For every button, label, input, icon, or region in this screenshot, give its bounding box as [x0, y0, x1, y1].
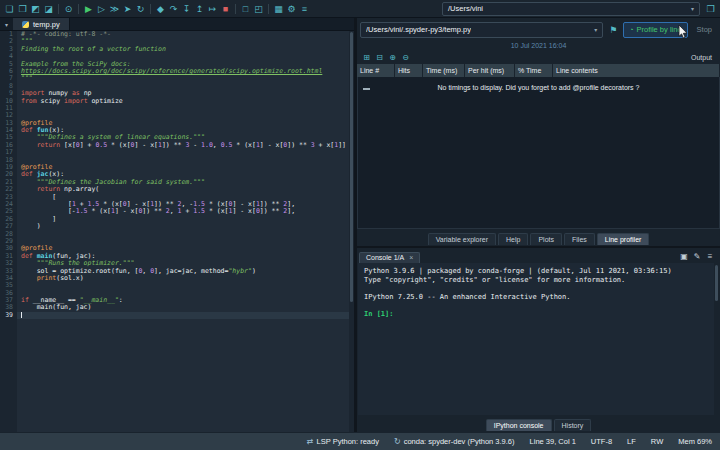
- browse-directory-icon[interactable]: ❒: [704, 2, 717, 16]
- interpreter-status[interactable]: ↻conda: spyder-dev (Python 3.9.6): [394, 437, 515, 446]
- editor-line[interactable]: 17: [0, 149, 354, 156]
- re-run-icon[interactable]: ↻: [134, 2, 147, 16]
- profiler-file-select[interactable]: /Users/vini/.spyder-py3/temp.py ▾: [360, 22, 603, 38]
- step-out-icon[interactable]: ↥: [193, 2, 206, 16]
- save-file-icon[interactable]: ◩: [29, 2, 42, 16]
- debug-stop-icon[interactable]: ■: [219, 2, 232, 16]
- output-label: Output: [691, 54, 716, 61]
- column-header-time-ms[interactable]: Time (ms): [423, 64, 465, 77]
- profile-by-line-button[interactable]: ◔ Profile by line: [623, 22, 687, 38]
- browse-tabs-icon[interactable]: ▾: [0, 18, 13, 30]
- profile-button-label: Profile by line: [637, 25, 682, 34]
- collapse-all-icon[interactable]: ⊟: [374, 53, 385, 62]
- editor-lines: 1# -*- coding: utf-8 -*-2"""3Finding the…: [0, 31, 354, 319]
- profiler-table-header: Line #HitsTime (ms)Per hit (ms)% TimeLin…: [357, 64, 720, 77]
- editor-line[interactable]: 34 print(sol.x): [0, 275, 354, 282]
- editor-line[interactable]: 27 ): [0, 223, 354, 230]
- editor-line[interactable]: 29: [0, 238, 354, 245]
- collapse-selected-icon[interactable]: ⊖: [400, 53, 411, 62]
- tab-variable-explorer[interactable]: Variable explorer: [428, 233, 496, 245]
- editor-line[interactable]: 38 main(fun, jac): [0, 304, 354, 311]
- run-cell-icon[interactable]: ▷: [95, 2, 108, 16]
- editor-line[interactable]: 3Finding the root of a vector function: [0, 46, 354, 53]
- editor-line[interactable]: 7""": [0, 75, 354, 82]
- stop-button[interactable]: Stop: [692, 25, 717, 34]
- column-header-time[interactable]: % Time: [515, 64, 553, 77]
- maximize-pane-icon[interactable]: □: [239, 2, 252, 16]
- run-cell-advance-icon[interactable]: ≫: [108, 2, 121, 16]
- console-line: Python 3.9.6 | packaged by conda-forge |…: [364, 267, 709, 276]
- expand-selected-icon[interactable]: ⊕: [387, 53, 398, 62]
- editor-line[interactable]: 18: [0, 157, 354, 164]
- tab-ipython-console[interactable]: IPython console: [486, 419, 552, 431]
- empty-root-indicator: [363, 88, 370, 90]
- open-file-icon[interactable]: ❒: [16, 2, 29, 16]
- editor-line[interactable]: 1# -*- coding: utf-8 -*-: [0, 31, 354, 38]
- step-into-icon[interactable]: ↧: [180, 2, 193, 16]
- console-line: IPython 7.25.0 -- An enhanced Interactiv…: [364, 293, 709, 302]
- debug-continue-icon[interactable]: ↦: [206, 2, 219, 16]
- memory-status[interactable]: Mem 69%: [678, 437, 712, 446]
- tab-line-profiler[interactable]: Line profiler: [597, 233, 650, 245]
- readwrite-status[interactable]: RW: [651, 437, 663, 446]
- console-header-icons: ▣✎≡: [679, 252, 718, 263]
- profiler-empty-message: No timings to display. Did you forget to…: [358, 77, 719, 91]
- lsp-status[interactable]: ⇄LSP Python: ready: [307, 437, 379, 446]
- console-scrollbar-thumb[interactable]: [715, 265, 718, 301]
- working-directory-value: /Users/vini: [448, 4, 483, 13]
- new-file-icon[interactable]: ❏: [3, 2, 16, 16]
- options-menu-icon[interactable]: ≡: [705, 252, 715, 261]
- tab-temp-py[interactable]: temp.py: [13, 18, 70, 30]
- cursor-position[interactable]: Line 39, Col 1: [530, 437, 576, 446]
- console-scrollbar[interactable]: [714, 263, 719, 415]
- column-header-line-contents[interactable]: Line contents: [553, 64, 720, 77]
- preferences-icon[interactable]: ⚙: [285, 2, 298, 16]
- console-pane: Console 1/A × ▣✎≡ Python 3.9.6 | package…: [357, 248, 720, 432]
- encoding[interactable]: UTF-8: [591, 437, 612, 446]
- bookmark-icon[interactable]: ⚑: [607, 25, 619, 35]
- run-file-icon[interactable]: ▶: [82, 2, 95, 16]
- editor-line[interactable]: 39: [0, 312, 354, 319]
- working-directory-select[interactable]: /Users/vini ▾: [442, 2, 700, 16]
- editor-line[interactable]: 11: [0, 105, 354, 112]
- editor-line[interactable]: 10from scipy import optimize: [0, 98, 354, 105]
- console-body[interactable]: Python 3.9.6 | packaged by conda-forge |…: [358, 263, 719, 415]
- editor-line[interactable]: 12: [0, 112, 354, 119]
- tab-plots[interactable]: Plots: [530, 233, 562, 245]
- expand-all-icon[interactable]: ⊞: [361, 53, 372, 62]
- tab-help[interactable]: Help: [498, 233, 528, 245]
- column-header-line[interactable]: Line #: [357, 64, 395, 77]
- main-area: ▾ temp.py 1# -*- coding: utf-8 -*-2"""3F…: [0, 18, 720, 432]
- text-caret: [21, 312, 22, 318]
- debug-file-icon[interactable]: ◆: [154, 2, 167, 16]
- column-header-hits[interactable]: Hits: [395, 64, 423, 77]
- panel-icon[interactable]: ▣: [679, 252, 689, 261]
- console-line: [364, 301, 709, 310]
- editor-line[interactable]: 26 ]: [0, 216, 354, 223]
- console-line: Type "copyright", "credits" or "license"…: [364, 276, 709, 285]
- editor-line[interactable]: 16 return [x[0] + 0.5 * (x[0] - x[1]) **…: [0, 142, 354, 149]
- tab-console-1a[interactable]: Console 1/A ×: [359, 252, 420, 263]
- console-line: [364, 284, 709, 293]
- edit-icon[interactable]: ✎: [692, 252, 702, 261]
- eol-status[interactable]: LF: [627, 437, 636, 446]
- editor-scrollbar[interactable]: [349, 31, 354, 432]
- editor-line[interactable]: 28: [0, 231, 354, 238]
- profile-icon: ◔: [629, 26, 633, 33]
- step-over-icon[interactable]: ↷: [167, 2, 180, 16]
- fullscreen-icon[interactable]: ◰: [252, 2, 265, 16]
- python-env-icon[interactable]: ≡: [298, 2, 311, 16]
- editor-line[interactable]: 6https://docs.scipy.org/doc/scipy/refere…: [0, 68, 354, 75]
- close-console-icon[interactable]: ×: [409, 254, 413, 261]
- profiler-timestamp: 10 Jul 2021 16:04: [357, 40, 720, 51]
- tab-files[interactable]: Files: [564, 233, 595, 245]
- save-all-icon[interactable]: ◪: [42, 2, 55, 16]
- column-header-per-hit-ms[interactable]: Per hit (ms): [465, 64, 515, 77]
- layout-icon[interactable]: ▦: [272, 2, 285, 16]
- run-selection-icon[interactable]: ➤: [121, 2, 134, 16]
- editor-scrollbar-thumb[interactable]: [350, 32, 353, 302]
- find-in-files-icon[interactable]: ⊙: [62, 2, 75, 16]
- tab-history[interactable]: History: [554, 419, 592, 431]
- code-editor[interactable]: 1# -*- coding: utf-8 -*-2"""3Finding the…: [0, 31, 354, 432]
- editor-line[interactable]: 35: [0, 282, 354, 289]
